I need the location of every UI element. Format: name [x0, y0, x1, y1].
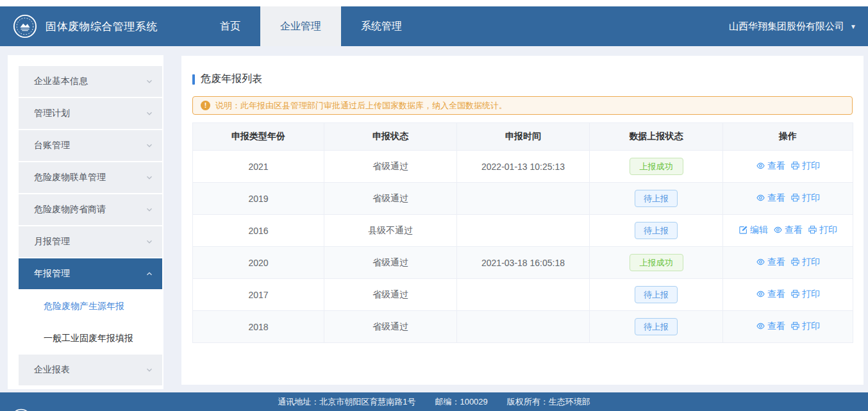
sidebar-group-item-2[interactable]: 台账管理	[19, 130, 162, 161]
annual-report-table: 申报类型年份申报状态申报时间数据上报状态操作 2021省级通过2022-01-1…	[192, 122, 853, 343]
table-row: 2019省级通过待上报查看打印	[193, 183, 853, 215]
view-link[interactable]: 查看	[756, 321, 785, 332]
app-title: 固体废物综合管理系统	[46, 19, 158, 34]
eye-icon	[756, 321, 765, 331]
main-nav: 首页企业管理系统管理	[200, 6, 422, 46]
table-row: 2017省级通过待上报查看打印	[193, 279, 853, 311]
actions-cell: 查看打印	[723, 279, 853, 311]
sidebar-sub-item-7[interactable]: 危险废物产生源年报	[19, 290, 162, 323]
nav-tab-1[interactable]: 企业管理	[260, 6, 341, 46]
table-row: 2016县级不通过待上报编辑查看打印	[193, 215, 853, 247]
sidebar-item-label: 危险废物跨省商请	[34, 204, 106, 215]
sidebar-group-item-1[interactable]: 管理计划	[19, 98, 162, 129]
footer-postcode: 邮编：100029	[435, 396, 487, 408]
view-link[interactable]: 查看	[773, 224, 803, 236]
eye-icon	[756, 289, 765, 299]
sidebar-item-label: 管理计划	[34, 108, 70, 119]
upload-status-badge: 待上报	[635, 190, 678, 207]
eye-icon	[756, 161, 765, 171]
footer-copyright: 版权所有：生态环境部	[507, 396, 590, 408]
upload-status-badge: 待上报	[635, 222, 678, 239]
sidebar: 企业基本信息管理计划台账管理危险废物联单管理危险废物跨省商请月报管理年报管理危险…	[8, 55, 163, 389]
sidebar-item-label: 危险废物联单管理	[34, 172, 106, 183]
app-header: 固体废物综合管理系统 首页企业管理系统管理 山西华翔集团股份有限公司 ▼	[0, 6, 868, 46]
chevron-down-icon	[146, 78, 153, 85]
edit-link[interactable]: 编辑	[739, 224, 768, 236]
sidebar-sub-item-8[interactable]: 一般工业固废年报填报	[19, 323, 162, 355]
nav-tab-2[interactable]: 系统管理	[341, 6, 422, 46]
column-header: 申报类型年份	[193, 123, 324, 151]
status-cell: 县级不通过	[324, 215, 457, 247]
time-cell	[457, 215, 590, 247]
action-label: 打印	[802, 256, 820, 268]
action-label: 查看	[767, 160, 785, 172]
table-row: 2018省级通过待上报查看打印	[193, 311, 853, 343]
actions-cell: 查看打印	[723, 311, 853, 343]
view-link[interactable]: 查看	[756, 256, 785, 268]
sidebar-item-label: 月报管理	[34, 236, 70, 247]
sidebar-item-label: 台账管理	[34, 140, 70, 151]
action-label: 打印	[802, 289, 820, 300]
sidebar-item-label: 年报管理	[34, 268, 70, 280]
table-row: 2021省级通过2022-01-13 10:25:13上报成功查看打印	[193, 151, 853, 183]
sidebar-item-label: 企业报表	[34, 364, 70, 376]
print-link[interactable]: 打印	[808, 224, 837, 236]
table-row: 2020省级通过2021-03-18 16:05:18上报成功查看打印	[193, 247, 853, 279]
sidebar-group-item-9[interactable]: 企业报表	[19, 355, 162, 385]
actions-cell: 查看打印	[723, 183, 853, 215]
warning-icon: !	[201, 101, 210, 110]
upload-status-badge: 上报成功	[630, 158, 683, 175]
sidebar-group-item-5[interactable]: 月报管理	[19, 226, 162, 257]
upload-status-badge: 上报成功	[630, 254, 683, 271]
status-cell: 省级通过	[324, 151, 457, 183]
eye-icon	[773, 225, 783, 235]
print-link[interactable]: 打印	[790, 321, 820, 332]
action-label: 查看	[785, 224, 803, 236]
actions-cell: 编辑查看打印	[723, 215, 853, 247]
footer-address: 通讯地址：北京市朝阳区育慧南路1号	[278, 396, 415, 408]
company-dropdown[interactable]: 山西华翔集团股份有限公司 ▼	[729, 21, 856, 33]
eye-icon	[756, 193, 765, 203]
print-link[interactable]: 打印	[790, 192, 820, 204]
action-label: 查看	[767, 192, 785, 204]
sidebar-group-item-6[interactable]: 年报管理	[19, 258, 162, 289]
chevron-down-icon	[146, 110, 153, 117]
year-cell: 2016	[193, 215, 324, 247]
chevron-up-icon	[146, 270, 153, 278]
printer-icon	[790, 193, 800, 203]
view-link[interactable]: 查看	[756, 192, 785, 204]
sidebar-group-item-0[interactable]: 企业基本信息	[19, 66, 162, 97]
print-link[interactable]: 打印	[790, 289, 820, 300]
printer-icon	[808, 225, 817, 235]
content-panel: 危废年报列表 ! 说明：此年报由区县管理部门审批通过后上传国家数据库，纳入全国数…	[181, 56, 864, 385]
view-link[interactable]: 查看	[756, 160, 785, 172]
upload-status-cell: 待上报	[590, 311, 723, 343]
time-cell	[457, 183, 590, 215]
page-title-text: 危废年报列表	[201, 72, 262, 86]
action-label: 打印	[802, 321, 820, 332]
mee-logo-icon	[10, 408, 32, 411]
sidebar-group-item-4[interactable]: 危险废物跨省商请	[19, 194, 162, 225]
time-cell	[457, 311, 590, 343]
app-footer: 通讯地址：北京市朝阳区育慧南路1号 邮编：100029 版权所有：生态环境部	[0, 392, 868, 411]
upload-status-cell: 上报成功	[590, 247, 723, 279]
upload-status-cell: 待上报	[590, 215, 723, 247]
print-link[interactable]: 打印	[790, 256, 820, 268]
view-link[interactable]: 查看	[756, 289, 785, 300]
action-label: 打印	[802, 192, 820, 204]
eye-icon	[756, 257, 765, 267]
print-link[interactable]: 打印	[790, 160, 820, 172]
sidebar-group-item-3[interactable]: 危险废物联单管理	[19, 162, 162, 193]
nav-tab-0[interactable]: 首页	[200, 6, 260, 46]
column-header: 数据上报状态	[590, 123, 723, 151]
time-cell: 2022-01-13 10:25:13	[457, 151, 590, 183]
upload-status-cell: 待上报	[590, 183, 723, 215]
chevron-down-icon	[146, 238, 153, 246]
company-name: 山西华翔集团股份有限公司	[729, 21, 844, 33]
chevron-down-icon	[146, 174, 153, 181]
notice-alert: ! 说明：此年报由区县管理部门审批通过后上传国家数据库，纳入全国数据统计。	[192, 96, 853, 115]
mee-logo-icon	[13, 14, 37, 38]
action-label: 查看	[767, 321, 785, 332]
status-cell: 省级通过	[324, 279, 457, 311]
upload-status-cell: 上报成功	[590, 151, 723, 183]
